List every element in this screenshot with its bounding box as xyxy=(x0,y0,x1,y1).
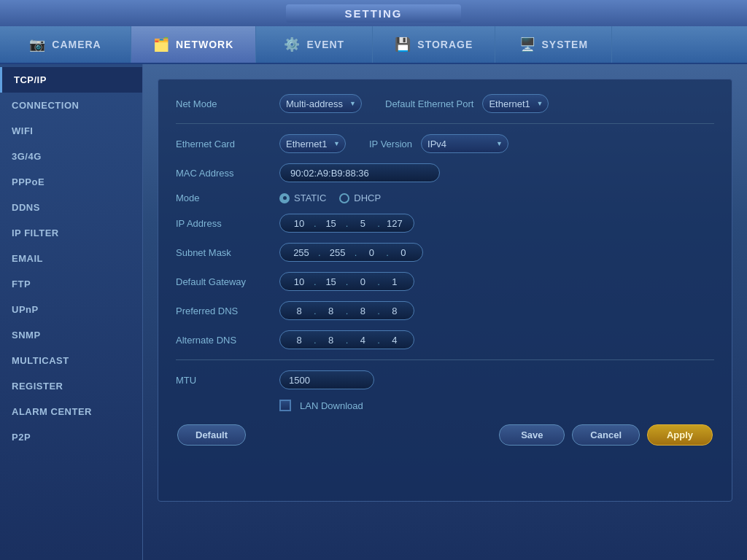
tab-network[interactable]: 🗂️ NETWORK xyxy=(131,26,256,63)
subnet-mask-b[interactable] xyxy=(324,247,352,258)
subnet-mask-c[interactable] xyxy=(360,247,383,258)
mac-address-label: MAC Address xyxy=(176,168,271,179)
ip-address-a[interactable] xyxy=(287,218,311,229)
sidebar-item-email[interactable]: EMAIL xyxy=(0,246,142,271)
tab-event-label: EVENT xyxy=(306,39,344,50)
ip-version-label: IP Version xyxy=(369,139,412,149)
ip-address-label: IP Address xyxy=(176,218,271,229)
ip-address-b[interactable] xyxy=(320,218,343,229)
mode-static-radio[interactable] xyxy=(279,193,290,203)
save-button[interactable]: Save xyxy=(499,424,565,446)
tab-camera[interactable]: 📷 CAMERA xyxy=(0,26,131,63)
tab-storage-label: STORAGE xyxy=(417,39,473,50)
ethernet-card-select[interactable]: Ethernet1 xyxy=(279,134,346,153)
ip-address-d[interactable] xyxy=(383,218,406,229)
mac-address-input[interactable] xyxy=(279,163,440,182)
sidebar-item-register[interactable]: REGISTER xyxy=(0,373,142,399)
default-gateway-label: Default Gateway xyxy=(176,276,271,287)
title-bar: SETTING xyxy=(0,0,747,26)
alternate-dns-d[interactable] xyxy=(383,335,406,346)
default-gateway-row: Default Gateway . . . xyxy=(176,272,714,291)
tab-system-label: SYSTEM xyxy=(542,39,589,50)
preferred-dns-a[interactable] xyxy=(287,306,311,316)
sidebar-item-snmp[interactable]: SNMP xyxy=(0,322,142,348)
mode-label: Mode xyxy=(176,192,271,203)
divider-2 xyxy=(176,359,714,360)
subnet-mask-d[interactable] xyxy=(392,247,415,258)
top-nav: 📷 CAMERA 🗂️ NETWORK ⚙️ EVENT 💾 STORAGE 🖥… xyxy=(0,26,747,64)
settings-box: Net Mode Multi-address Default Ethernet … xyxy=(158,79,732,502)
alternate-dns-a[interactable] xyxy=(287,335,311,346)
alternate-dns-label: Alternate DNS xyxy=(176,335,271,346)
sidebar-item-upnp[interactable]: UPnP xyxy=(0,297,142,322)
mac-address-row: MAC Address xyxy=(176,163,714,182)
sidebar-item-pppoe[interactable]: PPPoE xyxy=(0,169,142,195)
default-ethernet-port-select-wrapper: Ethernet1 xyxy=(482,94,549,113)
mode-static-option[interactable]: STATIC xyxy=(279,192,326,203)
btn-group-right: Save Cancel Apply xyxy=(499,424,713,446)
mode-row: Mode STATIC DHCP xyxy=(176,192,714,203)
mtu-label: MTU xyxy=(176,375,271,386)
net-mode-select[interactable]: Multi-address xyxy=(279,94,362,113)
default-gateway-input-group: . . . xyxy=(279,272,414,291)
sidebar-item-multicast[interactable]: MULTICAST xyxy=(0,348,142,373)
default-gateway-c[interactable] xyxy=(351,276,374,287)
sidebar-item-connection[interactable]: CONNECTION xyxy=(0,93,142,118)
sidebar-item-3g4g[interactable]: 3G/4G xyxy=(0,144,142,169)
sidebar-item-alarmcenter[interactable]: ALARM CENTER xyxy=(0,399,142,424)
sidebar-item-p2p[interactable]: P2P xyxy=(0,424,142,450)
subnet-mask-input-group: . . . xyxy=(279,243,423,262)
mode-dhcp-radio[interactable] xyxy=(339,193,349,203)
ethernet-card-row: Ethernet Card Ethernet1 IP Version IPv4 xyxy=(176,134,714,153)
content-panel: Net Mode Multi-address Default Ethernet … xyxy=(143,64,747,560)
preferred-dns-c[interactable] xyxy=(351,306,374,316)
cancel-button[interactable]: Cancel xyxy=(572,424,640,446)
mtu-input[interactable] xyxy=(279,370,374,389)
default-button[interactable]: Default xyxy=(177,424,246,446)
alternate-dns-input-group: . . . xyxy=(279,330,414,349)
net-mode-label: Net Mode xyxy=(176,98,271,109)
divider-1 xyxy=(176,123,714,124)
mode-dhcp-option[interactable]: DHCP xyxy=(339,192,381,203)
mode-dhcp-label: DHCP xyxy=(354,192,381,203)
mode-static-label: STATIC xyxy=(294,192,326,203)
sidebar-item-ipfilter[interactable]: IP FILTER xyxy=(0,220,142,246)
alternate-dns-b[interactable] xyxy=(320,335,343,346)
apply-button[interactable]: Apply xyxy=(647,424,713,446)
network-icon: 🗂️ xyxy=(153,36,170,52)
subnet-mask-row: Subnet Mask . . . xyxy=(176,243,714,262)
mtu-row: MTU xyxy=(176,370,714,389)
ip-address-row: IP Address . . . xyxy=(176,214,714,233)
tab-storage[interactable]: 💾 STORAGE xyxy=(373,26,495,63)
preferred-dns-d[interactable] xyxy=(383,306,406,316)
sidebar: TCP/IP CONNECTION WIFI 3G/4G PPPoE DDNS … xyxy=(0,64,143,560)
sidebar-item-wifi[interactable]: WIFI xyxy=(0,118,142,144)
preferred-dns-b[interactable] xyxy=(320,306,343,316)
sidebar-item-tcpip[interactable]: TCP/IP xyxy=(0,67,142,93)
sidebar-item-ddns[interactable]: DDNS xyxy=(0,195,142,220)
tab-event[interactable]: ⚙️ EVENT xyxy=(256,26,373,63)
default-gateway-a[interactable] xyxy=(287,276,311,287)
storage-icon: 💾 xyxy=(395,36,411,52)
default-ethernet-port-select[interactable]: Ethernet1 xyxy=(482,94,549,113)
ethernet-card-label: Ethernet Card xyxy=(176,139,271,149)
default-gateway-d[interactable] xyxy=(383,276,406,287)
ip-version-select[interactable]: IPv4 xyxy=(421,134,508,153)
system-icon: 🖥️ xyxy=(519,36,536,52)
ip-address-c[interactable] xyxy=(351,218,374,229)
alternate-dns-c[interactable] xyxy=(351,335,374,346)
preferred-dns-label: Preferred DNS xyxy=(176,306,271,316)
lan-download-row: LAN Download xyxy=(176,400,714,411)
ethernet-card-select-wrapper: Ethernet1 xyxy=(279,134,346,153)
tab-system[interactable]: 🖥️ SYSTEM xyxy=(495,26,612,63)
bottom-bar: Default Save Cancel Apply xyxy=(176,424,714,446)
title-text: SETTING xyxy=(286,4,460,23)
lan-download-checkbox[interactable] xyxy=(279,400,291,411)
subnet-mask-a[interactable] xyxy=(287,247,315,258)
ip-version-select-wrapper: IPv4 xyxy=(421,134,508,153)
mode-radio-group: STATIC DHCP xyxy=(279,192,381,203)
ip-address-input-group: . . . xyxy=(279,214,414,233)
default-gateway-b[interactable] xyxy=(320,276,343,287)
sidebar-item-ftp[interactable]: FTP xyxy=(0,271,142,297)
lan-download-label: LAN Download xyxy=(300,400,363,411)
